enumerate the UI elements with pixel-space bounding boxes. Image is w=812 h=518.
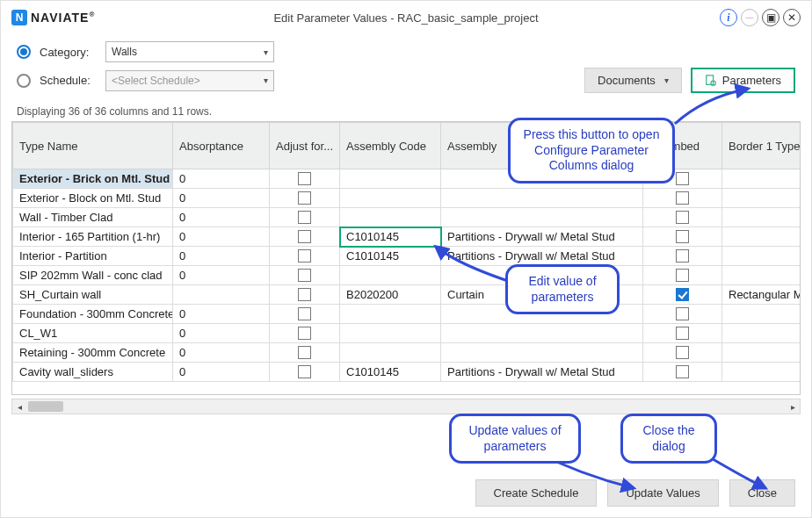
cell-absorptance[interactable] [173,285,270,305]
cell-assemblycode[interactable] [340,305,441,324]
cell-border[interactable] [722,363,801,382]
cell-adjust[interactable] [270,324,340,343]
cell-absorptance[interactable]: 0 [173,169,270,189]
cell-embed[interactable] [643,208,722,227]
cell-assemblycode[interactable] [340,189,441,208]
cell-assemblycode[interactable]: C1010145 [340,247,441,266]
cell-name[interactable]: SH_Curtain wall [13,285,173,305]
cell-border[interactable]: Rectangular M [722,285,801,305]
cell-assemblycode[interactable] [340,324,441,343]
scroll-thumb[interactable] [28,401,63,412]
checkbox[interactable] [676,327,689,340]
cell-border[interactable] [722,189,801,208]
cell-embed[interactable] [643,266,722,285]
cell-adjust[interactable] [270,305,340,324]
cell-adjust[interactable] [270,285,340,305]
table-row[interactable]: Exterior - Brick on Mtl. Stud0 [13,169,801,189]
radio-category[interactable] [17,45,31,59]
radio-schedule[interactable] [17,74,31,88]
cell-embed[interactable] [643,247,722,266]
col-absorptance[interactable]: Absorptance [173,123,270,169]
cell-embed[interactable] [643,324,722,343]
cell-embed[interactable] [643,227,722,247]
cell-assemblycode[interactable]: C1010145 [340,227,441,247]
cell-embed[interactable] [643,285,722,305]
cell-border[interactable] [722,227,801,247]
cell-border[interactable] [722,324,801,343]
cell-embed[interactable] [643,343,722,363]
cell-assemblycode[interactable] [340,208,441,227]
scroll-left-icon[interactable]: ◂ [12,402,26,412]
checkbox[interactable] [298,327,311,340]
checkbox[interactable] [676,365,689,378]
scroll-right-icon[interactable]: ▸ [786,402,800,412]
checkbox[interactable] [298,288,311,301]
checkbox[interactable] [298,307,311,320]
table-row[interactable]: Interior - Partition0C1010145Partitions … [13,247,801,266]
table-row[interactable]: CL_W10 [13,324,801,343]
table-row[interactable]: SIP 202mm Wall - conc clad0 [13,266,801,285]
category-select[interactable]: Walls ▾ [105,41,274,62]
cell-border[interactable] [722,305,801,324]
checkbox[interactable] [676,211,689,224]
checkbox[interactable] [298,211,311,224]
table-row[interactable]: Foundation - 300mm Concrete0 [13,305,801,324]
cell-absorptance[interactable]: 0 [173,189,270,208]
cell-name[interactable]: CL_W1 [13,324,173,343]
col-typename[interactable]: Type Name [13,123,173,169]
cell-assemblycode[interactable]: C1010145 [340,363,441,382]
cell-assembly[interactable]: Partitions - Drywall w/ Metal Stud [441,227,643,247]
checkbox[interactable] [676,307,689,320]
checkbox[interactable] [298,230,311,243]
col-assemblycode[interactable]: Assembly Code [340,123,441,169]
cell-absorptance[interactable]: 0 [173,247,270,266]
checkbox[interactable] [298,346,311,359]
table-row[interactable]: SH_Curtain wallB2020200CurtainRectangula… [13,285,801,305]
cell-name[interactable]: Interior - 165 Partition (1-hr) [13,227,173,247]
checkbox[interactable] [676,191,689,205]
update-values-button[interactable]: Update Values [607,479,718,507]
cell-assemblycode[interactable] [340,266,441,285]
checkbox[interactable] [676,249,689,263]
cell-border[interactable] [722,208,801,227]
cell-assemblycode[interactable] [340,343,441,363]
cell-assembly[interactable] [441,189,643,208]
cell-assembly[interactable]: Partitions - Drywall w/ Metal Stud [441,363,643,382]
cell-name[interactable]: Interior - Partition [13,247,173,266]
table-row[interactable]: Exterior - Block on Mtl. Stud0 [13,189,801,208]
checkbox[interactable] [298,365,311,378]
table-row[interactable]: Cavity wall_sliders0C1010145Partitions -… [13,363,801,382]
cell-name[interactable]: Exterior - Block on Mtl. Stud [13,189,173,208]
table-row[interactable]: Interior - 165 Partition (1-hr)0C1010145… [13,227,801,247]
cell-assembly[interactable] [441,324,643,343]
cell-embed[interactable] [643,363,722,382]
cell-border[interactable] [722,266,801,285]
col-adjustfor[interactable]: Adjust for... [270,123,340,169]
table-row[interactable]: Wall - Timber Clad0 [13,208,801,227]
checkbox[interactable] [298,269,311,282]
checkbox[interactable] [676,269,689,282]
cell-adjust[interactable] [270,189,340,208]
checkbox[interactable] [676,288,689,301]
close-button[interactable]: Close [729,479,795,507]
create-schedule-button[interactable]: Create Schedule [475,479,598,507]
cell-absorptance[interactable]: 0 [173,363,270,382]
checkbox[interactable] [676,346,689,359]
cell-adjust[interactable] [270,363,340,382]
checkbox[interactable] [298,172,311,185]
checkbox[interactable] [676,230,689,243]
cell-name[interactable]: SIP 202mm Wall - conc clad [13,266,173,285]
cell-assembly[interactable]: Partitions - Drywall w/ Metal Stud [441,247,643,266]
cell-absorptance[interactable]: 0 [173,227,270,247]
cell-assembly[interactable] [441,208,643,227]
parameters-button[interactable]: Parameters [691,68,795,93]
cell-name[interactable]: Retaining - 300mm Concrete [13,343,173,363]
cell-name[interactable]: Foundation - 300mm Concrete [13,305,173,324]
cell-absorptance[interactable]: 0 [173,343,270,363]
cell-adjust[interactable] [270,247,340,266]
documents-button[interactable]: Documents ▾ [584,68,682,93]
checkbox[interactable] [298,191,311,205]
cell-adjust[interactable] [270,343,340,363]
cell-absorptance[interactable]: 0 [173,208,270,227]
cell-adjust[interactable] [270,227,340,247]
